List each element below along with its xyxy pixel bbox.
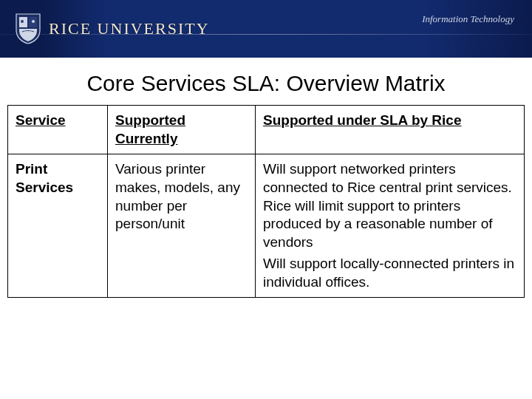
header-band: RICE UNIVERSITY Information Technology: [0, 0, 532, 58]
cell-service: Print Services: [8, 154, 108, 298]
page-title: Core Services SLA: Overview Matrix: [0, 71, 532, 96]
header-divider: [0, 34, 532, 35]
sla-paragraph-1: Will support networked printers connecte…: [263, 161, 512, 250]
header-sla: Supported under SLA by Rice: [256, 106, 525, 154]
slide: RICE UNIVERSITY Information Technology C…: [0, 0, 532, 399]
header-supported: Supported Currently: [108, 106, 256, 154]
paragraph-gap: [263, 252, 516, 255]
table-header-row: Service Supported Currently Supported un…: [8, 106, 525, 154]
logo: RICE UNIVERSITY: [15, 13, 210, 45]
table-row: Print Services Various printer makes, mo…: [8, 154, 525, 298]
svg-point-1: [32, 20, 35, 23]
cell-sla: Will support networked printers connecte…: [256, 154, 525, 298]
sla-table: Service Supported Currently Supported un…: [7, 105, 525, 298]
cell-supported: Various printer makes, models, any numbe…: [108, 154, 256, 298]
sla-paragraph-2: Will support locally-connected printers …: [263, 256, 514, 290]
university-name: RICE UNIVERSITY: [49, 19, 210, 38]
shield-icon: [15, 13, 41, 45]
header-service: Service: [8, 106, 108, 154]
it-label: Information Technology: [422, 13, 514, 25]
svg-point-0: [21, 20, 24, 23]
